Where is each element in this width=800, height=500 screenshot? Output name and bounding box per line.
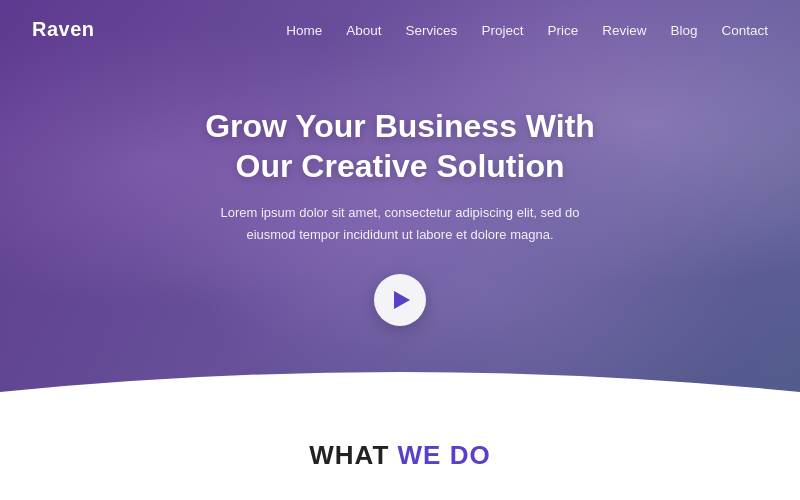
nav-services[interactable]: Services (406, 23, 458, 38)
what-we-do-heading: WHAT WE DO (309, 440, 490, 471)
navbar: Raven Home About Services Project Price … (0, 0, 800, 59)
heading-accent: WE DO (398, 440, 491, 470)
bottom-section: WHAT WE DO (0, 410, 800, 500)
heading-normal: WHAT (309, 440, 389, 470)
play-icon (394, 291, 410, 309)
hero-title: Grow Your Business With Our Creative Sol… (140, 106, 660, 186)
hero-content: Grow Your Business With Our Creative Sol… (140, 106, 660, 326)
nav-home[interactable]: Home (286, 23, 322, 38)
nav-blog[interactable]: Blog (670, 23, 697, 38)
hero-section: Raven Home About Services Project Price … (0, 0, 800, 410)
hero-curve (0, 352, 800, 410)
hero-subtitle: Lorem ipsum dolor sit amet, consectetur … (200, 202, 600, 246)
play-button[interactable] (374, 274, 426, 326)
nav-review[interactable]: Review (602, 23, 646, 38)
nav-project[interactable]: Project (481, 23, 523, 38)
nav-price[interactable]: Price (547, 23, 578, 38)
nav-contact[interactable]: Contact (721, 23, 768, 38)
brand-logo[interactable]: Raven (32, 18, 95, 41)
nav-links: Home About Services Project Price Review… (286, 21, 768, 39)
nav-about[interactable]: About (346, 23, 381, 38)
